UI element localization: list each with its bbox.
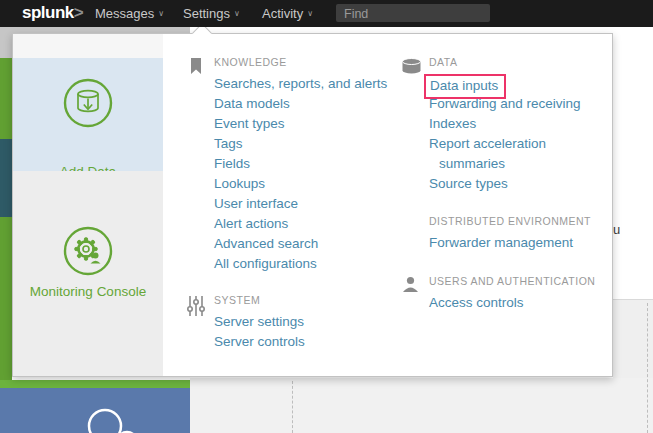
group-title: USERS AND AUTHENTICATION (429, 275, 629, 289)
menu-item-tags[interactable]: Tags (214, 134, 414, 154)
settings-dropdown-menu: Add Data (12, 33, 613, 377)
bookmark-icon (190, 58, 202, 75)
menu-group-system: SYSTEM Server settings Server controls (214, 294, 414, 352)
nav-messages[interactable]: Messages (95, 6, 164, 21)
menu-item-server-controls[interactable]: Server controls (214, 332, 414, 352)
menu-group-data: DATA Data inputs Forwarding and receivin… (429, 56, 629, 194)
search-app-icon (0, 388, 190, 433)
add-data-icon (62, 77, 114, 129)
menu-item-access-controls[interactable]: Access controls (429, 293, 629, 313)
monitoring-console-label: Monitoring Console (13, 284, 163, 299)
nav-activity[interactable]: Activity (262, 6, 313, 21)
find-search-box (336, 4, 490, 22)
search-app-tile[interactable] (0, 388, 190, 433)
menu-item-data-models[interactable]: Data models (214, 94, 414, 114)
tile-column-top (13, 34, 163, 58)
chevron-down-icon (307, 9, 313, 18)
group-title: DATA (429, 56, 629, 70)
menu-item-server-settings[interactable]: Server settings (214, 312, 414, 332)
menu-item-data-inputs[interactable]: Data inputs (429, 74, 629, 94)
user-icon (402, 276, 419, 292)
nav-settings[interactable]: Settings (183, 6, 240, 21)
app-tile-top-border (0, 380, 190, 388)
sliders-icon (187, 296, 205, 316)
top-navbar: splunk> Messages Settings Activity (0, 0, 653, 27)
menu-item-report-acceleration-summaries[interactable]: Report acceleration summaries (429, 134, 587, 174)
page-header-strip (0, 34, 12, 58)
apps-panel-edge (0, 58, 12, 139)
menu-item-advanced-search[interactable]: Advanced search (214, 234, 414, 254)
chevron-down-icon (234, 9, 240, 18)
shortcut-tile-column: Add Data (13, 34, 163, 376)
menu-item-user-interface[interactable]: User interface (214, 194, 414, 214)
splunk-logo[interactable]: splunk> (22, 3, 83, 23)
chevron-down-icon (158, 9, 164, 18)
menu-group-knowledge: KNOWLEDGE Searches, reports, and alerts … (214, 56, 414, 274)
monitoring-console-icon (62, 225, 114, 277)
menu-item-indexes[interactable]: Indexes (429, 114, 629, 134)
logo-caret: > (74, 3, 83, 22)
menu-item-forwarding-receiving[interactable]: Forwarding and receiving (429, 94, 629, 114)
dashed-divider (292, 381, 293, 433)
add-data-tile[interactable]: Add Data (13, 58, 163, 171)
page-section (190, 378, 653, 433)
menu-item-event-types[interactable]: Event types (214, 114, 414, 134)
menu-group-users-authentication: USERS AND AUTHENTICATION Access controls (429, 275, 629, 313)
group-title: SYSTEM (214, 294, 414, 308)
apps-panel-edge (0, 139, 12, 217)
database-icon (401, 58, 422, 74)
menu-item-alert-actions[interactable]: Alert actions (214, 214, 414, 234)
menu-item-all-configurations[interactable]: All configurations (214, 254, 414, 274)
menu-group-distributed-environment: DISTRIBUTED ENVIRONMENT Forwarder manage… (429, 215, 629, 253)
find-input[interactable] (336, 5, 490, 23)
group-title: DISTRIBUTED ENVIRONMENT (429, 215, 629, 229)
monitoring-console-tile[interactable]: Monitoring Console (13, 171, 163, 376)
group-title: KNOWLEDGE (214, 56, 414, 70)
menu-item-lookups[interactable]: Lookups (214, 174, 414, 194)
menu-item-source-types[interactable]: Source types (429, 174, 629, 194)
dashed-divider (647, 303, 648, 433)
menu-item-forwarder-management[interactable]: Forwarder management (429, 233, 629, 253)
menu-item-fields[interactable]: Fields (214, 154, 414, 174)
apps-panel-edge (0, 217, 12, 380)
menu-item-searches-reports-alerts[interactable]: Searches, reports, and alerts (214, 74, 414, 94)
